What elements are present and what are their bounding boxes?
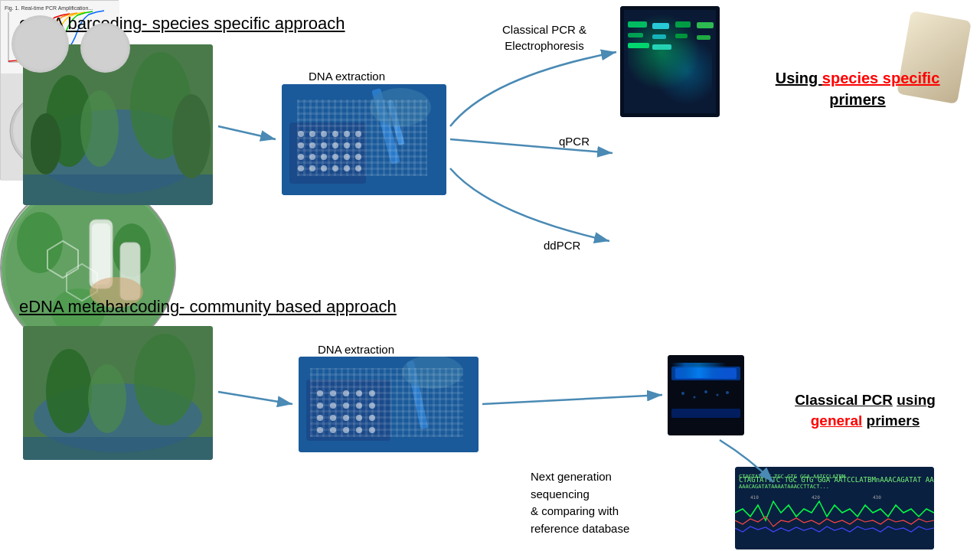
- dna-extraction-image-bottom: [299, 357, 479, 452]
- svg-line-125: [482, 395, 662, 404]
- svg-point-64: [369, 427, 375, 433]
- svg-text:CTAGTATTTC TGC GTG GGA AATCCLA: CTAGTATTTC TGC GTG GGA AATCCLATBM: [739, 474, 845, 480]
- svg-rect-107: [675, 368, 737, 379]
- svg-rect-44: [306, 380, 390, 441]
- svg-point-11: [46, 349, 92, 433]
- svg-point-35: [309, 165, 315, 171]
- svg-rect-41: [387, 99, 404, 145]
- svg-point-13: [88, 364, 126, 433]
- svg-text:430: 430: [873, 494, 881, 500]
- svg-rect-72: [652, 23, 669, 29]
- svg-rect-75: [675, 21, 691, 28]
- svg-point-26: [344, 142, 350, 148]
- svg-point-45: [317, 390, 323, 396]
- svg-point-21: [355, 131, 361, 137]
- svg-point-22: [298, 142, 304, 148]
- svg-point-18: [321, 131, 327, 137]
- svg-point-48: [356, 390, 362, 396]
- svg-point-17: [309, 131, 315, 137]
- svg-rect-74: [652, 44, 671, 50]
- svg-point-12: [134, 334, 195, 425]
- svg-point-33: [355, 154, 361, 160]
- svg-point-20: [344, 131, 350, 137]
- label-ddpcr: ddPCR: [544, 239, 580, 252]
- svg-point-42: [370, 88, 431, 126]
- svg-rect-105: [668, 355, 744, 435]
- svg-rect-76: [675, 34, 688, 38]
- section-title-metabarcoding: eDNA metabarcoding- community based appr…: [19, 297, 397, 317]
- svg-rect-78: [697, 35, 710, 40]
- svg-rect-2: [23, 174, 213, 205]
- svg-rect-70: [628, 33, 643, 37]
- svg-point-63: [356, 427, 362, 433]
- svg-point-6: [31, 113, 61, 174]
- svg-rect-114: [735, 467, 934, 549]
- svg-point-62: [343, 427, 349, 433]
- svg-point-27: [355, 142, 361, 148]
- svg-point-7: [172, 94, 211, 178]
- svg-point-37: [332, 165, 338, 171]
- svg-point-52: [343, 403, 349, 409]
- svg-point-30: [321, 154, 327, 160]
- svg-point-110: [704, 390, 707, 393]
- svg-point-47: [343, 390, 349, 396]
- svg-text:420: 420: [812, 494, 820, 500]
- svg-rect-67: [620, 6, 720, 117]
- svg-point-54: [369, 403, 375, 409]
- svg-point-55: [317, 415, 323, 421]
- svg-line-122: [218, 126, 276, 139]
- svg-point-23: [309, 142, 315, 148]
- annotation-species-specific: Using species specific primers: [754, 67, 961, 110]
- svg-point-38: [344, 165, 350, 171]
- svg-point-96: [17, 212, 63, 273]
- label-dna-extraction-top: DNA extraction: [309, 70, 385, 83]
- svg-rect-10: [23, 437, 213, 460]
- svg-point-49: [369, 390, 375, 396]
- label-dna-extraction-bottom: DNA extraction: [318, 343, 394, 356]
- svg-text:410: 410: [750, 494, 759, 500]
- svg-point-34: [298, 165, 304, 171]
- svg-point-56: [330, 415, 336, 421]
- svg-point-16: [298, 131, 304, 137]
- sequencing-image: CTAGTATTTC TGC GTG GGA AATCCLATBM AAACAG…: [735, 467, 934, 549]
- svg-point-19: [332, 131, 338, 137]
- svg-point-31: [332, 154, 338, 160]
- electrophoresis-image: [620, 6, 720, 117]
- svg-rect-68: [624, 10, 716, 113]
- svg-point-112: [726, 391, 729, 394]
- svg-rect-77: [697, 22, 714, 28]
- svg-line-124: [218, 392, 292, 404]
- svg-point-60: [317, 427, 323, 433]
- svg-point-108: [681, 392, 684, 395]
- svg-text:Fig. 1. Real-time PCR Amplific: Fig. 1. Real-time PCR Amplification...: [5, 5, 93, 11]
- svg-point-29: [309, 154, 315, 160]
- svg-point-24: [321, 142, 327, 148]
- svg-point-46: [330, 390, 336, 396]
- svg-rect-71: [628, 43, 649, 48]
- svg-point-58: [356, 415, 362, 421]
- svg-point-59: [369, 415, 375, 421]
- svg-rect-65: [407, 360, 428, 429]
- svg-point-51: [330, 403, 336, 409]
- svg-rect-69: [628, 21, 647, 28]
- svg-point-50: [317, 403, 323, 409]
- section-title-barcoding: eDNA barcoding- species specific approac…: [19, 14, 345, 34]
- label-ngs: Next generationsequencing& comparing wit…: [531, 468, 629, 537]
- svg-point-39: [355, 165, 361, 171]
- svg-point-32: [344, 154, 350, 160]
- slide: eDNA barcoding- species specific approac…: [0, 0, 980, 551]
- svg-text:AAACAGATATAAAATAAACCTTACT...: AAACAGATATAAAATAAACCTTACT...: [739, 484, 829, 490]
- svg-point-61: [330, 427, 336, 433]
- svg-point-25: [332, 142, 338, 148]
- svg-rect-113: [671, 409, 740, 418]
- svg-point-36: [321, 165, 327, 171]
- dna-extraction-image-top: [282, 84, 446, 195]
- svg-rect-73: [652, 34, 666, 39]
- svg-rect-40: [371, 88, 400, 165]
- svg-point-111: [717, 394, 719, 396]
- svg-point-28: [298, 154, 304, 160]
- label-qpcr: qPCR: [559, 135, 590, 148]
- svg-point-66: [402, 357, 463, 389]
- annotation-general-primers: Classical PCR using general primers: [773, 390, 957, 431]
- label-classical-pcr: Classical PCR &Electrophoresis: [502, 21, 586, 54]
